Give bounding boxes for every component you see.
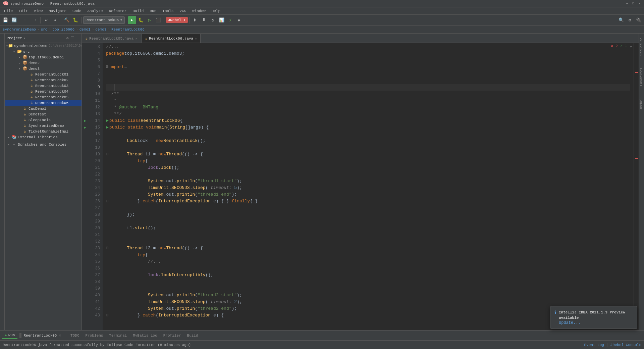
tree-item-lock04[interactable]: ☕ ReentrantLock04 <box>5 89 82 94</box>
code-editor[interactable]: //... package top.it6666.demo1.demo3; ⊟i… <box>103 43 634 330</box>
gutter-line-20 <box>82 164 89 171</box>
tree-item-lock02[interactable]: ☕ ReentrantLock02 <box>5 77 82 83</box>
todo-tab[interactable]: TODO <box>68 333 82 339</box>
tree-item-ticket[interactable]: ☕ TicketRunnableImpl <box>5 129 82 134</box>
stop-button[interactable]: ⬛ <box>154 16 162 24</box>
build-tab[interactable]: Build <box>184 333 201 339</box>
sidebar-hide-icon[interactable]: — <box>76 35 79 41</box>
mybatis-tab[interactable]: MyBatis Log <box>130 333 160 339</box>
coverage2-button[interactable]: ⚡ <box>226 16 234 24</box>
right-tab-structure[interactable]: Structure <box>639 35 644 58</box>
gutter-line-23 <box>82 185 89 191</box>
menu-vcs[interactable]: VCS <box>177 8 189 14</box>
code-line-6: ⊟import … <box>106 64 630 70</box>
tab-lock05-icon: ☕ <box>86 37 88 41</box>
profiler-tab[interactable]: Profiler <box>161 333 184 339</box>
project-dropdown-icon[interactable]: ▾ <box>23 36 25 40</box>
run-tab[interactable]: ▶ Run <box>2 332 17 339</box>
nav-part-synchronize-demo[interactable]: synchronizeDemo <box>3 28 36 32</box>
pause-button[interactable]: ⏸ <box>200 16 208 24</box>
redo-button[interactable]: ↪ <box>51 16 59 24</box>
run-config-button[interactable]: ⏵ <box>192 16 200 24</box>
code-line-3: //... <box>106 44 630 50</box>
project-label: Project <box>7 36 22 40</box>
expand-icon[interactable]: ⌄ <box>630 44 632 48</box>
menu-view[interactable]: View <box>31 8 45 14</box>
menu-build[interactable]: Build <box>130 8 146 14</box>
tab-lock05-label: ReentrantLock05.java <box>89 37 133 41</box>
menu-code[interactable]: Code <box>70 8 84 14</box>
menu-run[interactable]: Run <box>147 8 159 14</box>
build-button[interactable]: 🔨 <box>63 16 71 24</box>
project-dropdown[interactable]: ReentrantLock06 ▾ <box>83 16 125 24</box>
tab-lock05-close[interactable]: ✕ <box>135 37 137 41</box>
tree-item-sleeptools[interactable]: ☕ SleepTools <box>5 117 82 123</box>
linenum-21: 21 <box>89 164 100 171</box>
sidebar-settings-icon[interactable]: ⚙ <box>66 35 69 41</box>
nav-part-reentrant[interactable]: ReentrantLock06 <box>111 28 145 32</box>
right-tab-jrebel[interactable]: JRebel <box>639 95 644 113</box>
sync-button[interactable]: 🔄 <box>10 16 18 24</box>
run-close-btn[interactable]: ✕ <box>59 333 61 338</box>
tree-item-demo3[interactable]: ▾ 📦 demo3 <box>5 66 82 71</box>
search-everywhere-button[interactable]: 🔍 <box>617 16 625 24</box>
menu-navigate[interactable]: Navigate <box>46 8 69 14</box>
tree-item-lock03[interactable]: ☕ ReentrantLock03 <box>5 83 82 89</box>
gutter-run-14[interactable]: ▶ <box>82 124 89 131</box>
reload-button[interactable]: ↻ <box>209 16 217 24</box>
minimize-button[interactable]: — <box>625 2 629 6</box>
gutter-run-13[interactable]: ▶ <box>82 117 89 124</box>
debug-build-button[interactable]: 🐛 <box>71 16 79 24</box>
tab-lock05[interactable]: ☕ ReentrantLock05.java ✕ <box>82 34 141 43</box>
menu-help[interactable]: Help <box>209 8 223 14</box>
terminal-tab[interactable]: Terminal <box>106 333 129 339</box>
run-file-label: ReentrantLock06 <box>23 334 57 338</box>
tree-item-ext-libs[interactable]: ▸ 📚 External Libraries <box>5 134 82 140</box>
save-button[interactable]: 💾 <box>1 16 9 24</box>
menu-file[interactable]: File <box>1 8 15 14</box>
coverage-button[interactable]: ▷ <box>146 16 154 24</box>
tree-item-src[interactable]: ▾ 📂 src <box>5 49 82 54</box>
back-button[interactable]: ← <box>22 16 30 24</box>
menu-refactor[interactable]: Refactor <box>106 8 129 14</box>
tree-item-demotest[interactable]: ☕ DemoTest <box>5 111 82 117</box>
tab-lock06-close[interactable]: ✕ <box>195 37 197 41</box>
nav-part-top[interactable]: top.it6666 <box>52 28 74 32</box>
run-project-button[interactable]: ▶ <box>128 16 136 24</box>
profile-button[interactable]: 📊 <box>218 16 226 24</box>
event-log-link[interactable]: Event Log <box>584 343 604 347</box>
problems-tab[interactable]: Problems <box>83 333 106 339</box>
nav-part-demo3[interactable]: demo3 <box>95 28 106 32</box>
close-button[interactable]: ✕ <box>637 2 641 6</box>
tree-item-demo2[interactable]: ▸ 📦 demo2 <box>5 60 82 66</box>
plugins-button[interactable]: 🔌 <box>635 16 643 24</box>
undo-button[interactable]: ↩ <box>42 16 50 24</box>
jrebel-console-link[interactable]: JRebel Console <box>610 343 641 347</box>
tree-item-lock05[interactable]: ☕ ReentrantLock05 <box>5 94 82 100</box>
nav-part-src[interactable]: src <box>41 28 48 32</box>
notification-link[interactable]: Update... <box>559 320 633 325</box>
menu-edit[interactable]: Edit <box>16 8 30 14</box>
sidebar-gear-icon[interactable]: ☰ <box>70 35 75 41</box>
maximize-button[interactable]: □ <box>631 2 635 6</box>
code-line-7 <box>106 70 630 77</box>
menu-tools[interactable]: Tools <box>160 8 176 14</box>
tree-item-lock06[interactable]: ☕ ReentrantLock06 <box>5 100 82 106</box>
tree-item-demo1[interactable]: ▸ 📦 top.it6666.demo1 <box>5 54 82 60</box>
tree-item-root[interactable]: ▾ 📁 synchronizeDemo C:\Users\30315\Dow..… <box>5 43 82 49</box>
forward-button[interactable]: → <box>31 16 39 24</box>
jrebel-badge[interactable]: JRebel ▾ <box>166 17 188 23</box>
debug-project-button[interactable]: 🐛 <box>137 16 145 24</box>
settings-button[interactable]: ⚙ <box>626 16 634 24</box>
tab-lock06[interactable]: ☕ ReentrantLock06.java ✕ <box>142 34 201 43</box>
right-tab-favorites[interactable]: Favorites <box>639 65 644 89</box>
tree-item-scratches[interactable]: ▸ ✏️ Scratches and Consoles <box>5 142 82 147</box>
tree-item-casdemo[interactable]: ☕ CasDemo1 <box>5 106 82 111</box>
menu-analyze[interactable]: Analyze <box>85 8 105 14</box>
nav-part-demo1[interactable]: demo1 <box>79 28 91 32</box>
build-tab-label: Build <box>187 334 198 338</box>
tree-item-lock01[interactable]: ☕ ReentrantLock01 <box>5 71 82 77</box>
menu-window[interactable]: Window <box>190 8 208 14</box>
extra-button[interactable]: ✱ <box>235 16 243 24</box>
tree-item-syncdemo[interactable]: ☕ SynchronizedDemo <box>5 123 82 129</box>
